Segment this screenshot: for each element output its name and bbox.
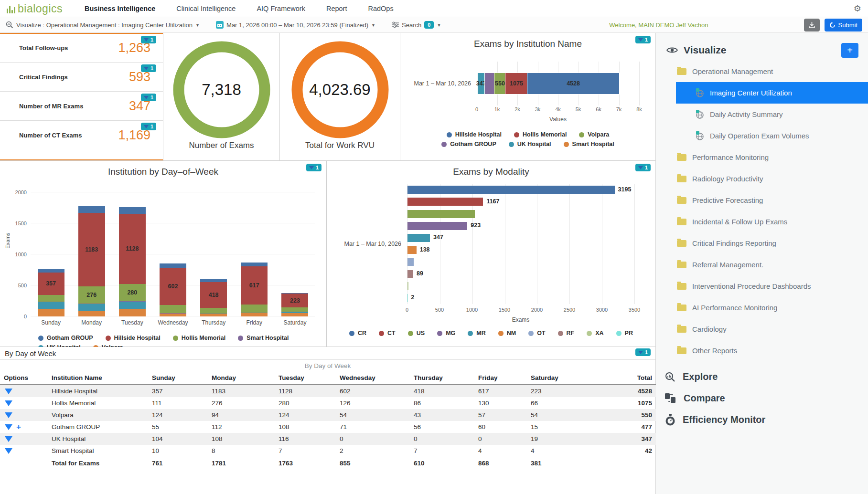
stacked-column-monday[interactable]: 2761183 [78, 206, 105, 316]
bar-xa[interactable] [407, 282, 408, 290]
legend-item[interactable]: Hollis Memorial [173, 335, 225, 341]
legend-item[interactable]: CT [379, 330, 396, 336]
sidebar-folder-performance-monitoring[interactable]: Performance Monitoring [656, 147, 868, 168]
kpi-label: Total Follow-ups [19, 44, 68, 52]
filter-row-icon[interactable] [5, 424, 12, 430]
legend-item[interactable]: UK Hospital [509, 141, 551, 147]
bar-us[interactable] [407, 210, 475, 218]
add-row-icon[interactable]: + [16, 424, 21, 430]
legend-item[interactable]: Hillside Hospital [106, 335, 161, 341]
sidebar-folder-ai-performance-monitoring[interactable]: AI Performance Monitoring [656, 297, 868, 318]
top-navbar: bialogics Business IntelligenceClinical … [0, 0, 868, 17]
visualize-path-dropdown[interactable]: Visualize : Operational Management : Ima… [6, 21, 199, 29]
filter-badge[interactable]: 1 [141, 36, 156, 43]
bar-segment-hillside-hospital[interactable]: 4528 [527, 73, 619, 94]
bar-segment-volpara[interactable]: 550 [494, 73, 505, 94]
bar-segment-gotham-group [119, 207, 146, 214]
legend-item[interactable]: Hollis Memorial [514, 131, 567, 138]
legend-item[interactable]: Hillside Hospital [447, 131, 502, 138]
legend-item[interactable]: Smart Hospital [564, 141, 614, 147]
filter-badge[interactable]: 1 [141, 123, 156, 130]
sidebar-folder-other-reports[interactable]: Other Reports [656, 340, 868, 361]
filter-row-icon[interactable] [5, 448, 12, 454]
bar-segment-uk-hospital[interactable]: 347 [478, 73, 485, 94]
search-dropdown[interactable]: Search 0 ▾ [392, 21, 440, 29]
sidebar-folder-critical-findings-reporting[interactable]: Critical Findings Reporting [656, 232, 868, 254]
sidebar-folder-incidental-follow-up-exams[interactable]: Incidental & Follow Up Exams [656, 211, 868, 232]
category-label: Mar 1 – Mar 10, 2026 [327, 241, 407, 247]
bar-ot[interactable] [407, 258, 414, 266]
bar-segment-gotham-group[interactable] [485, 73, 494, 94]
stacked-column-tuesday[interactable]: 2801128 [119, 207, 146, 316]
filter-badge[interactable]: 1 [635, 36, 651, 43]
filter-row-icon[interactable] [5, 412, 12, 418]
sidebar-item-daily-activity-summary[interactable]: Daily Activity Summary [656, 104, 868, 125]
legend-item[interactable]: PR [616, 330, 633, 336]
stacked-column-sunday[interactable]: 357 [38, 269, 64, 316]
footer-value-cell: 381 [527, 457, 584, 470]
kpi-label: Critical Findings [19, 74, 68, 81]
gear-icon[interactable]: ⚙ [854, 4, 861, 13]
legend-item[interactable]: Gotham GROUP [441, 141, 496, 147]
bar-ct[interactable] [407, 198, 483, 206]
filter-badge[interactable]: 1 [635, 348, 651, 356]
sidebar-folder-cardiology[interactable]: Cardiology [656, 318, 868, 340]
nav-tab-clinical-intelligence[interactable]: Clinical Intelligence [176, 5, 236, 12]
legend-item[interactable]: US [408, 330, 425, 336]
filter-row-icon[interactable] [5, 389, 12, 394]
sidebar-item-daily-operation-exam-volumes[interactable]: Daily Operation Exam Volumes [656, 125, 868, 147]
stacked-column-saturday[interactable]: 223 [281, 293, 308, 317]
legend-item[interactable]: CR [349, 330, 366, 336]
nav-tab-business-intelligence[interactable]: Business Intelligence [85, 5, 155, 12]
legend-item[interactable]: NM [498, 330, 516, 336]
submit-button[interactable]: Submit [825, 19, 862, 32]
report-icon [695, 131, 704, 140]
sidebar-folder-interventional-procedure-dashboards[interactable]: Interventional Procedure Dashboards [656, 275, 868, 297]
nav-tab-report[interactable]: Report [326, 5, 347, 12]
add-visualization-button[interactable]: + [841, 43, 858, 58]
sidebar-section-explore[interactable]: Explore [656, 366, 868, 388]
legend-item[interactable]: OT [528, 330, 545, 336]
data-label: 602 [168, 283, 178, 290]
brand-logo[interactable]: bialogics [7, 4, 63, 13]
bar-mr[interactable] [407, 234, 430, 242]
filter-badge[interactable]: 1 [141, 94, 156, 101]
stacked-column-wednesday[interactable]: 602 [160, 263, 186, 316]
filter-badge[interactable]: 1 [635, 164, 651, 171]
sidebar-item-label: Critical Findings Reporting [692, 239, 776, 247]
compare-docs-icon [664, 393, 677, 404]
bar-segment-hollis-memorial[interactable]: 1075 [505, 73, 527, 94]
sidebar-section-compare[interactable]: Compare [656, 388, 868, 409]
filter-row-icon[interactable] [5, 400, 12, 406]
bar-cr[interactable] [407, 186, 615, 194]
sidebar-folder-operational-management[interactable]: Operational Management [656, 61, 868, 82]
stacked-column-friday[interactable]: 617 [241, 263, 268, 316]
bar-rf[interactable] [407, 270, 413, 278]
legend-item[interactable]: Volpara [579, 131, 609, 138]
nav-tab-aiq-framework[interactable]: AIQ Framework [257, 5, 305, 12]
legend-item[interactable]: MG [437, 330, 455, 336]
filter-row-icon[interactable] [5, 436, 12, 442]
bar-segment-gotham-group [78, 206, 105, 213]
legend-item[interactable]: Gotham GROUP [38, 335, 93, 341]
sidebar-section-efficiency-monitor[interactable]: Efficiency Monitor [656, 409, 868, 431]
sidebar-folder-referral-management-[interactable]: Referral Management. [656, 254, 868, 275]
filter-badge[interactable]: 1 [141, 64, 156, 72]
sidebar-folder-predictive-forecasting[interactable]: Predictive Forecasting [656, 189, 868, 211]
legend-item[interactable]: RF [558, 330, 575, 336]
bar-nm[interactable] [407, 246, 417, 254]
date-range-dropdown[interactable]: Mar 1, 2026 00:00 – Mar 10, 2026 23:59 (… [216, 21, 375, 29]
sidebar-folder-radiology-productivity[interactable]: Radiology Productivity [656, 168, 868, 189]
bar-mg[interactable] [407, 222, 467, 230]
stacked-column-thursday[interactable]: 418 [200, 279, 227, 316]
sidebar-item-imaging-center-utilization[interactable]: Imaging Center Utilization [676, 82, 868, 104]
date-range-label: Mar 1, 2026 00:00 – Mar 10, 2026 23:59 (… [226, 21, 368, 29]
legend-item[interactable]: MR [468, 330, 485, 336]
gridline [634, 184, 635, 304]
nav-tab-radops[interactable]: RadOps [368, 5, 393, 12]
download-button[interactable] [804, 19, 820, 32]
filter-badge[interactable]: 1 [306, 164, 321, 171]
legend-item[interactable]: XA [587, 330, 603, 336]
funnel-icon [638, 166, 643, 169]
legend-item[interactable]: Smart Hospital [238, 335, 289, 341]
